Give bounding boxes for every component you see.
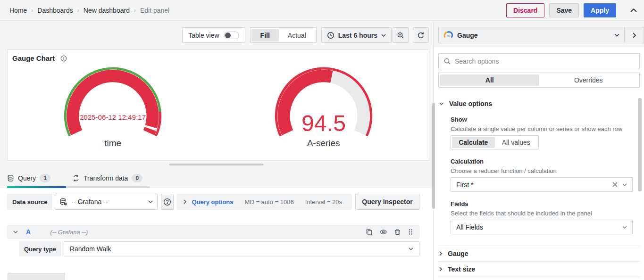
refresh-icon — [417, 32, 425, 39]
breadcrumb-new-dashboard[interactable]: New dashboard — [84, 7, 130, 14]
filter-tab-all[interactable]: All — [440, 74, 539, 86]
panel-options-sidebar: 75 Gauge — [433, 21, 644, 280]
editor-tabs: Query 1 Transform data 0 — [7, 170, 433, 186]
section-gauge-label: Gauge — [448, 250, 468, 257]
options-pane: All Overrides Value options Show Calcula… — [434, 47, 644, 280]
query-inspector-button[interactable]: Query inspector — [355, 194, 419, 210]
filter-tab-overrides[interactable]: Overrides — [539, 74, 638, 86]
show-description: Calculate a single value per column or s… — [451, 125, 640, 132]
calculation-value: First * — [456, 181, 612, 189]
section-standard-options[interactable]: Standard options — [438, 277, 640, 280]
data-source-row: Data source -- Grafana -- — [7, 194, 419, 210]
query-type-select[interactable]: Random Walk — [64, 241, 419, 256]
collapse-options-pane-button[interactable] — [624, 27, 644, 43]
main-scrollbar[interactable] — [432, 103, 435, 209]
gauge-a-series: 94.5 A-series — [218, 66, 429, 148]
header-actions: Discard Save Apply — [506, 3, 637, 17]
svg-text:75: 75 — [447, 34, 450, 37]
breadcrumb-home[interactable]: Home — [9, 7, 27, 14]
query-ref-id[interactable]: A — [26, 228, 31, 236]
chevron-right-icon — [439, 267, 442, 272]
panel-resize-handle[interactable] — [169, 164, 264, 165]
fields-select[interactable]: All Fields — [451, 220, 633, 234]
transform-count-badge: 0 — [132, 174, 142, 182]
gauge-time-value: 2025-06-12 12:49:17 — [80, 113, 146, 121]
gauge-time-arc: 2025-06-12 12:49:17 — [60, 66, 165, 138]
visualization-name: Gauge — [457, 32, 610, 39]
calculate-option[interactable]: Calculate — [452, 137, 495, 148]
breadcrumb-separator: › — [31, 7, 33, 14]
query-options-bar: Query options MD = auto = 1086 Interval … — [177, 194, 352, 210]
hide-query-eye-icon[interactable] — [379, 228, 387, 236]
table-view-toggle[interactable]: Table view — [182, 27, 245, 43]
panel-toolbar: Table view Fill Actual Last 6 hours — [0, 27, 429, 43]
info-icon[interactable] — [60, 55, 67, 62]
breadcrumb-separator: › — [77, 7, 79, 14]
collapsed-option-sections: Gauge Text size Standard options — [438, 246, 640, 280]
visualization-picker: 75 Gauge — [438, 27, 644, 43]
delete-query-trash-icon[interactable] — [394, 228, 401, 236]
apply-button[interactable]: Apply — [584, 3, 616, 17]
tab-query[interactable]: Query 1 — [7, 170, 66, 186]
calculation-select[interactable]: First * — [451, 177, 633, 192]
clear-icon[interactable] — [612, 182, 618, 187]
clock-icon — [327, 32, 335, 39]
add-query-button[interactable] — [8, 273, 65, 280]
fields-value: All Fields — [456, 223, 622, 231]
discard-button[interactable]: Discard — [506, 3, 544, 17]
drag-handle-icon[interactable] — [408, 228, 413, 236]
tab-transform-data[interactable]: Transform data 0 — [66, 170, 150, 186]
breadcrumb-current: Edit panel — [140, 7, 169, 14]
chevron-up-icon[interactable] — [630, 8, 637, 12]
options-search[interactable] — [438, 53, 640, 69]
search-options-input[interactable] — [455, 58, 635, 65]
database-gear-icon — [59, 198, 67, 206]
fields-description: Select the fields that should be include… — [451, 210, 640, 217]
gauge-panel[interactable]: Gauge Chart 2025-06-12 12:49:17 — [7, 49, 429, 161]
query-type-value: Random Walk — [70, 245, 409, 253]
data-source-select[interactable]: -- Grafana -- — [55, 194, 158, 210]
panel-edit-main: Table view Fill Actual Last 6 hours — [0, 21, 433, 280]
save-button[interactable]: Save — [549, 3, 579, 17]
show-label: Show — [451, 116, 640, 123]
chevron-down-icon[interactable] — [622, 183, 627, 186]
query-count-badge: 1 — [40, 174, 50, 182]
breadcrumb-separator: › — [134, 7, 136, 14]
calculation-description: Choose a reducer function / calculation — [451, 167, 640, 174]
query-options-toggle[interactable]: Query options — [184, 198, 233, 206]
gauge-chart-area: 2025-06-12 12:49:17 time 94.5 A-series — [8, 66, 429, 148]
value-options-section-header[interactable]: Value options — [438, 100, 640, 107]
database-icon — [7, 174, 14, 182]
data-source-value: -- Grafana -- — [71, 198, 144, 206]
all-values-option[interactable]: All values — [495, 137, 538, 148]
actual-option[interactable]: Actual — [279, 29, 315, 41]
chevron-down-icon — [148, 200, 153, 203]
chevron-down-icon — [439, 102, 443, 105]
chevron-down-icon — [409, 247, 413, 250]
value-options-title: Value options — [449, 100, 492, 107]
toggle-switch-off[interactable] — [224, 32, 239, 39]
chevron-down-icon[interactable] — [622, 226, 627, 229]
chevron-right-icon — [439, 251, 442, 256]
calculation-label: Calculation — [451, 158, 640, 165]
chevron-down-icon — [381, 34, 386, 37]
breadcrumb-dashboards[interactable]: Dashboards — [37, 7, 73, 14]
zoom-out-button[interactable] — [393, 27, 409, 43]
section-text-size[interactable]: Text size — [438, 261, 640, 277]
visualization-select[interactable]: 75 Gauge — [439, 27, 624, 43]
tab-transform-label: Transform data — [84, 174, 128, 182]
section-gauge[interactable]: Gauge — [438, 246, 640, 261]
refresh-button[interactable] — [413, 27, 429, 43]
chevron-down-icon — [614, 33, 619, 37]
duplicate-query-icon[interactable] — [366, 228, 373, 236]
data-source-help-button[interactable] — [161, 194, 174, 210]
fill-option[interactable]: Fill — [251, 29, 279, 41]
time-range-label: Last 6 hours — [338, 32, 377, 39]
options-scrollbar[interactable] — [638, 98, 642, 191]
tab-query-label: Query — [18, 174, 36, 182]
panel-title: Gauge Chart — [12, 54, 55, 62]
show-mode-toggle: Calculate All values — [451, 135, 539, 149]
time-range-picker[interactable]: Last 6 hours — [321, 27, 392, 43]
chevron-down-icon[interactable] — [13, 231, 18, 233]
options-filter-tabs: All Overrides — [438, 73, 640, 88]
